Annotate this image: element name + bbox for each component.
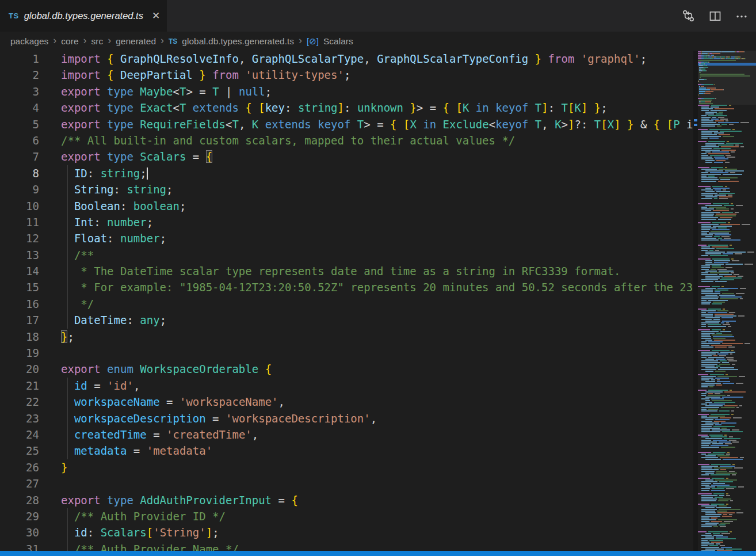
code-line[interactable]: 18}; — [0, 329, 693, 345]
code-line[interactable]: 2import { DeepPartial } from 'utility-ty… — [0, 67, 693, 83]
code-line[interactable]: 5export type RequireFields<T, K extends … — [0, 116, 693, 132]
minimap-row — [698, 215, 756, 216]
minimap-row — [698, 191, 756, 192]
code-line[interactable]: 8 ID: string; — [0, 165, 693, 181]
code-line[interactable]: 1import { GraphQLResolveInfo, GraphQLSca… — [0, 51, 693, 67]
line-number: 12 — [0, 230, 39, 246]
close-tab-icon[interactable]: ✕ — [152, 11, 160, 21]
code-line[interactable]: 25 metadata = 'metadata' — [0, 443, 693, 459]
minimap-row — [698, 241, 756, 242]
code-line[interactable]: 13 /** — [0, 247, 693, 263]
breadcrumb-item-file[interactable]: global.db.types.generated.ts — [182, 36, 294, 47]
minimap[interactable] — [698, 51, 756, 556]
code-line[interactable]: 27 — [0, 475, 693, 492]
minimap-row — [698, 333, 756, 334]
minimap-row — [698, 141, 756, 142]
minimap-row — [698, 151, 756, 153]
minimap-row — [698, 238, 756, 239]
minimap-row — [698, 279, 756, 280]
minimap-row — [698, 433, 756, 434]
code-line[interactable]: 7export type Scalars = { — [0, 148, 693, 165]
minimap-row — [698, 239, 756, 241]
tab-global-db-types[interactable]: TS global.db.types.generated.ts ✕ — [0, 0, 167, 32]
minimap-row — [698, 293, 756, 294]
minimap-row — [698, 348, 756, 349]
minimap-row — [698, 119, 756, 120]
code-line[interactable]: 28export type AddAuthProviderInput = { — [0, 492, 693, 508]
code-line[interactable]: 24 createdTime = 'createdTime', — [0, 426, 693, 443]
more-actions-icon[interactable] — [735, 10, 748, 22]
code-line[interactable]: 11 Int: number; — [0, 214, 693, 230]
code-line[interactable]: 14 * The DateTime scalar type represents… — [0, 263, 693, 279]
open-changes-icon[interactable] — [682, 9, 695, 22]
line-number: 25 — [0, 443, 39, 459]
minimap-row — [698, 163, 756, 165]
code-line[interactable]: 21 id = 'id', — [0, 378, 693, 394]
line-content: metadata = 'metadata' — [39, 443, 693, 459]
minimap-row — [698, 131, 756, 132]
minimap-row — [698, 248, 756, 249]
line-content: export type Maybe<T> = T | null; — [39, 83, 693, 100]
code-line[interactable]: 16 */ — [0, 296, 693, 312]
minimap-row — [698, 112, 756, 113]
minimap-row — [698, 488, 756, 489]
minimap-row — [698, 334, 756, 336]
minimap-row — [698, 179, 756, 180]
code-line[interactable]: 19 — [0, 345, 693, 361]
code-line[interactable]: 6/** All built-in and custom scalars, ma… — [0, 132, 693, 148]
code-line[interactable]: 23 workspaceDescription = 'workspaceDesc… — [0, 410, 693, 426]
line-content: id = 'id', — [39, 378, 693, 394]
minimap-row — [698, 346, 756, 348]
minimap-row — [698, 322, 756, 323]
line-content: export enum WorkspaceOrderable { — [39, 361, 693, 377]
minimap-row — [698, 265, 756, 266]
code-line[interactable]: 22 workspaceName = 'workspaceName', — [0, 394, 693, 410]
minimap-row — [698, 345, 756, 346]
minimap-row — [698, 367, 756, 368]
overview-ruler[interactable] — [693, 51, 698, 556]
vscode-window: TS global.db.types.generated.ts ✕ — [0, 0, 756, 556]
minimap-row — [698, 110, 756, 111]
breadcrumb-item-symbol-scalars[interactable]: Scalars — [323, 36, 353, 47]
code-line[interactable]: 26} — [0, 459, 693, 475]
minimap-row — [698, 174, 756, 175]
minimap-row — [698, 428, 756, 429]
breadcrumb-item-packages[interactable]: packages — [10, 36, 48, 47]
code-line[interactable]: 9 String: string; — [0, 181, 693, 197]
breadcrumb-item-generated[interactable]: generated — [116, 36, 156, 47]
breadcrumb-item-src[interactable]: src — [91, 36, 104, 47]
code-line[interactable]: 10 Boolean: boolean; — [0, 198, 693, 214]
minimap-row — [698, 457, 756, 458]
minimap-row — [698, 460, 756, 462]
minimap-row — [698, 170, 756, 172]
minimap-row — [698, 198, 756, 199]
minimap-row — [698, 267, 756, 268]
code-line[interactable]: 30 id: Scalars['String']; — [0, 524, 693, 540]
minimap-row — [698, 388, 756, 389]
minimap-row — [698, 314, 756, 315]
code-line[interactable]: 4export type Exact<T extends { [key: str… — [0, 100, 693, 116]
code-line[interactable]: 3export type Maybe<T> = T | null; — [0, 83, 693, 100]
minimap-row — [698, 298, 756, 299]
split-editor-icon[interactable] — [709, 10, 721, 22]
minimap-row — [698, 132, 756, 134]
minimap-row — [698, 143, 756, 144]
minimap-row — [698, 207, 756, 208]
line-content: */ — [39, 296, 693, 312]
code-line[interactable]: 17 DateTime: any; — [0, 312, 693, 328]
minimap-row — [698, 286, 756, 287]
minimap-row — [698, 343, 756, 344]
code-area[interactable]: 1import { GraphQLResolveInfo, GraphQLSca… — [0, 51, 693, 556]
minimap-row — [698, 455, 756, 456]
minimap-row — [698, 258, 756, 260]
minimap-row — [698, 395, 756, 396]
code-line[interactable]: 12 Float: number; — [0, 230, 693, 246]
breadcrumb-item-core[interactable]: core — [61, 36, 78, 47]
minimap-row — [698, 429, 756, 431]
minimap-row — [698, 492, 756, 493]
code-line[interactable]: 29 /** Auth Provider ID */ — [0, 508, 693, 524]
code-line[interactable]: 15 * For example: "1985-04-12T23:20:50.5… — [0, 279, 693, 295]
minimap-row — [698, 208, 756, 210]
minimap-row — [698, 535, 756, 536]
code-line[interactable]: 20export enum WorkspaceOrderable { — [0, 361, 693, 377]
